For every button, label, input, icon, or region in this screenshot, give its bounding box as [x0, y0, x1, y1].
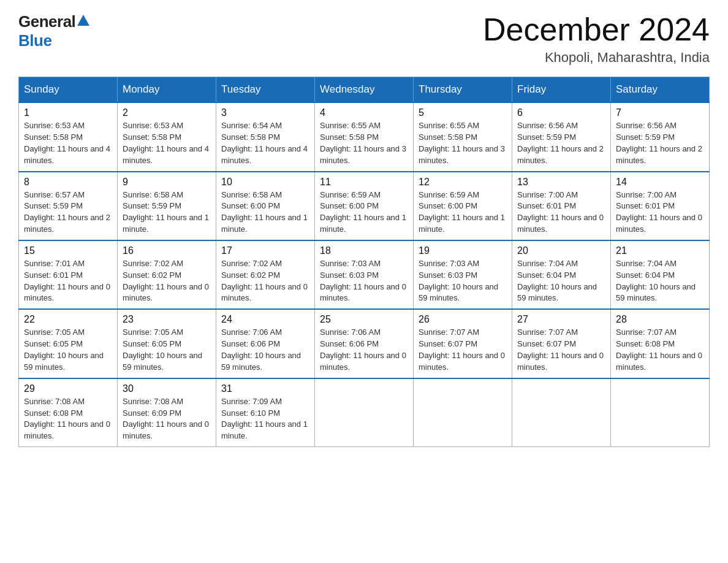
calendar-cell: 9Sunrise: 6:58 AMSunset: 5:59 PMDaylight… — [118, 172, 216, 240]
calendar-week-row: 29Sunrise: 7:08 AMSunset: 6:08 PMDayligh… — [19, 378, 710, 447]
day-number: 22 — [24, 314, 112, 325]
calendar-cell: 20Sunrise: 7:04 AMSunset: 6:04 PMDayligh… — [512, 240, 611, 309]
day-number: 26 — [419, 314, 507, 325]
day-info: Sunrise: 7:01 AMSunset: 6:01 PMDaylight:… — [24, 258, 112, 304]
day-number: 13 — [517, 177, 605, 188]
day-number: 30 — [123, 383, 211, 394]
calendar-week-row: 1Sunrise: 6:53 AMSunset: 5:58 PMDaylight… — [19, 102, 710, 171]
calendar-cell — [414, 378, 512, 447]
calendar-cell: 27Sunrise: 7:07 AMSunset: 6:07 PMDayligh… — [512, 309, 611, 378]
title-area: December 2024 Khopoli, Maharashtra, Indi… — [483, 12, 710, 66]
day-info: Sunrise: 7:07 AMSunset: 6:08 PMDaylight:… — [616, 327, 704, 373]
column-header-tuesday: Tuesday — [216, 77, 315, 103]
day-info: Sunrise: 6:53 AMSunset: 5:58 PMDaylight:… — [123, 120, 211, 166]
calendar-cell: 29Sunrise: 7:08 AMSunset: 6:08 PMDayligh… — [19, 378, 118, 447]
day-info: Sunrise: 7:04 AMSunset: 6:04 PMDaylight:… — [517, 258, 605, 304]
calendar-cell: 1Sunrise: 6:53 AMSunset: 5:58 PMDaylight… — [19, 102, 118, 171]
day-info: Sunrise: 7:03 AMSunset: 6:03 PMDaylight:… — [320, 258, 408, 304]
day-number: 3 — [221, 107, 309, 118]
month-year-title: December 2024 — [483, 12, 710, 47]
day-info: Sunrise: 7:07 AMSunset: 6:07 PMDaylight:… — [419, 327, 507, 373]
calendar-cell: 18Sunrise: 7:03 AMSunset: 6:03 PMDayligh… — [315, 240, 414, 309]
day-number: 2 — [123, 107, 211, 118]
calendar-table: SundayMondayTuesdayWednesdayThursdayFrid… — [18, 77, 710, 447]
calendar-cell — [315, 378, 414, 447]
day-info: Sunrise: 7:08 AMSunset: 6:09 PMDaylight:… — [123, 396, 211, 442]
page-header: General Blue December 2024 Khopoli, Maha… — [18, 12, 710, 66]
day-number: 25 — [320, 314, 408, 325]
calendar-cell: 31Sunrise: 7:09 AMSunset: 6:10 PMDayligh… — [216, 378, 315, 447]
calendar-cell: 28Sunrise: 7:07 AMSunset: 6:08 PMDayligh… — [611, 309, 710, 378]
calendar-cell: 21Sunrise: 7:04 AMSunset: 6:04 PMDayligh… — [611, 240, 710, 309]
day-number: 12 — [419, 177, 507, 188]
day-number: 1 — [24, 107, 112, 118]
calendar-cell: 8Sunrise: 6:57 AMSunset: 5:59 PMDaylight… — [19, 172, 118, 240]
day-number: 19 — [419, 245, 507, 256]
calendar-week-row: 15Sunrise: 7:01 AMSunset: 6:01 PMDayligh… — [19, 240, 710, 309]
calendar-cell: 11Sunrise: 6:59 AMSunset: 6:00 PMDayligh… — [315, 172, 414, 240]
day-info: Sunrise: 6:55 AMSunset: 5:58 PMDaylight:… — [419, 120, 507, 166]
location-subtitle: Khopoli, Maharashtra, India — [483, 50, 710, 66]
day-info: Sunrise: 6:53 AMSunset: 5:58 PMDaylight:… — [24, 120, 112, 166]
logo-general-text: General — [18, 12, 75, 31]
logo: General Blue — [18, 12, 89, 50]
calendar-cell: 2Sunrise: 6:53 AMSunset: 5:58 PMDaylight… — [118, 102, 216, 171]
day-number: 28 — [616, 314, 704, 325]
day-info: Sunrise: 7:06 AMSunset: 6:06 PMDaylight:… — [320, 327, 408, 373]
day-number: 18 — [320, 245, 408, 256]
day-info: Sunrise: 7:03 AMSunset: 6:03 PMDaylight:… — [419, 258, 507, 304]
day-number: 27 — [517, 314, 605, 325]
day-info: Sunrise: 7:07 AMSunset: 6:07 PMDaylight:… — [517, 327, 605, 373]
day-number: 20 — [517, 245, 605, 256]
day-info: Sunrise: 6:56 AMSunset: 5:59 PMDaylight:… — [616, 120, 704, 166]
day-number: 4 — [320, 107, 408, 118]
column-header-wednesday: Wednesday — [315, 77, 414, 103]
calendar-cell: 6Sunrise: 6:56 AMSunset: 5:59 PMDaylight… — [512, 102, 611, 171]
day-info: Sunrise: 7:02 AMSunset: 6:02 PMDaylight:… — [221, 258, 309, 304]
calendar-week-row: 8Sunrise: 6:57 AMSunset: 5:59 PMDaylight… — [19, 172, 710, 240]
day-number: 9 — [123, 177, 211, 188]
calendar-cell — [611, 378, 710, 447]
day-number: 16 — [123, 245, 211, 256]
calendar-header-row: SundayMondayTuesdayWednesdayThursdayFrid… — [19, 77, 710, 103]
day-info: Sunrise: 7:02 AMSunset: 6:02 PMDaylight:… — [123, 258, 211, 304]
calendar-cell: 25Sunrise: 7:06 AMSunset: 6:06 PMDayligh… — [315, 309, 414, 378]
day-info: Sunrise: 6:54 AMSunset: 5:58 PMDaylight:… — [221, 120, 309, 166]
day-number: 8 — [24, 177, 112, 188]
column-header-thursday: Thursday — [414, 77, 512, 103]
calendar-cell: 23Sunrise: 7:05 AMSunset: 6:05 PMDayligh… — [118, 309, 216, 378]
day-info: Sunrise: 7:06 AMSunset: 6:06 PMDaylight:… — [221, 327, 309, 373]
day-info: Sunrise: 6:59 AMSunset: 6:00 PMDaylight:… — [320, 190, 408, 236]
calendar-cell: 3Sunrise: 6:54 AMSunset: 5:58 PMDaylight… — [216, 102, 315, 171]
calendar-cell: 19Sunrise: 7:03 AMSunset: 6:03 PMDayligh… — [414, 240, 512, 309]
column-header-saturday: Saturday — [611, 77, 710, 103]
calendar-cell: 4Sunrise: 6:55 AMSunset: 5:58 PMDaylight… — [315, 102, 414, 171]
calendar-cell: 30Sunrise: 7:08 AMSunset: 6:09 PMDayligh… — [118, 378, 216, 447]
calendar-cell: 26Sunrise: 7:07 AMSunset: 6:07 PMDayligh… — [414, 309, 512, 378]
day-number: 6 — [517, 107, 605, 118]
day-info: Sunrise: 7:05 AMSunset: 6:05 PMDaylight:… — [123, 327, 211, 373]
day-info: Sunrise: 6:58 AMSunset: 5:59 PMDaylight:… — [123, 190, 211, 236]
calendar-cell — [512, 378, 611, 447]
day-info: Sunrise: 7:00 AMSunset: 6:01 PMDaylight:… — [616, 190, 704, 236]
day-info: Sunrise: 6:55 AMSunset: 5:58 PMDaylight:… — [320, 120, 408, 166]
day-number: 23 — [123, 314, 211, 325]
day-number: 21 — [616, 245, 704, 256]
day-number: 15 — [24, 245, 112, 256]
calendar-cell: 12Sunrise: 6:59 AMSunset: 6:00 PMDayligh… — [414, 172, 512, 240]
day-number: 31 — [221, 383, 309, 394]
calendar-cell: 5Sunrise: 6:55 AMSunset: 5:58 PMDaylight… — [414, 102, 512, 171]
day-number: 24 — [221, 314, 309, 325]
day-info: Sunrise: 7:04 AMSunset: 6:04 PMDaylight:… — [616, 258, 704, 304]
calendar-week-row: 22Sunrise: 7:05 AMSunset: 6:05 PMDayligh… — [19, 309, 710, 378]
column-header-sunday: Sunday — [19, 77, 118, 103]
day-number: 14 — [616, 177, 704, 188]
day-number: 11 — [320, 177, 408, 188]
calendar-cell: 22Sunrise: 7:05 AMSunset: 6:05 PMDayligh… — [19, 309, 118, 378]
day-info: Sunrise: 7:09 AMSunset: 6:10 PMDaylight:… — [221, 396, 309, 442]
day-info: Sunrise: 6:56 AMSunset: 5:59 PMDaylight:… — [517, 120, 605, 166]
calendar-cell: 13Sunrise: 7:00 AMSunset: 6:01 PMDayligh… — [512, 172, 611, 240]
calendar-cell: 16Sunrise: 7:02 AMSunset: 6:02 PMDayligh… — [118, 240, 216, 309]
calendar-cell: 24Sunrise: 7:06 AMSunset: 6:06 PMDayligh… — [216, 309, 315, 378]
day-info: Sunrise: 6:58 AMSunset: 6:00 PMDaylight:… — [221, 190, 309, 236]
